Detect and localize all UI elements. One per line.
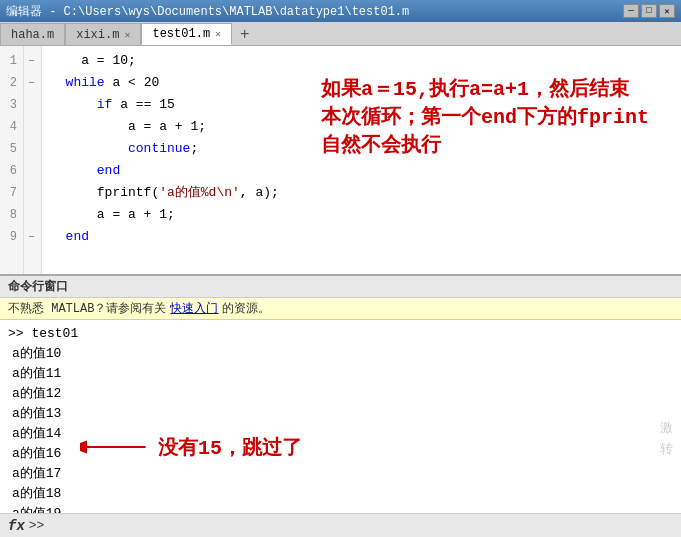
editor-area: 1 2 3 4 5 6 7 8 9 – – – a = 10; while a … xyxy=(0,46,681,274)
cmd-title-bar: 命令行窗口 xyxy=(0,276,681,298)
tab-xixi[interactable]: xixi.m ✕ xyxy=(65,23,141,45)
title-bar-controls[interactable]: ─ □ ✕ xyxy=(623,4,675,18)
cmd-output-2: a的值12 xyxy=(8,384,673,404)
tab-haha-label: haha.m xyxy=(11,28,54,42)
arrow-icon xyxy=(80,432,150,462)
command-window-section: 命令行窗口 不熟悉 MATLAB？请参阅有关 快速入门 的资源。 >> test… xyxy=(0,274,681,516)
code-line-6: end xyxy=(50,160,673,182)
code-line-1: a = 10; xyxy=(50,50,673,72)
prompt-symbol: >> xyxy=(29,518,45,533)
code-line-5: continue; xyxy=(50,138,673,160)
cmd-prompt: >> test01 xyxy=(8,324,673,344)
tab-xixi-label: xixi.m xyxy=(76,28,119,42)
title-bar: 编辑器 - C:\Users\wys\Documents\MATLAB\data… xyxy=(0,0,681,22)
cmd-title-label: 命令行窗口 xyxy=(8,278,68,295)
cmd-output-3: a的值13 xyxy=(8,404,673,424)
code-line-4: a = a + 1; xyxy=(50,116,673,138)
maximize-button[interactable]: □ xyxy=(641,4,657,18)
arrow-annotation: 没有15，跳过了 xyxy=(80,432,302,462)
tab-add-button[interactable]: + xyxy=(232,23,257,45)
cmd-notice-link[interactable]: 快速入门 xyxy=(170,300,218,317)
tab-haha[interactable]: haha.m xyxy=(0,23,65,45)
title-bar-left: 编辑器 - C:\Users\wys\Documents\MATLAB\data… xyxy=(6,3,409,20)
code-line-3: if a == 15 xyxy=(50,94,673,116)
bottom-bar: fx >> xyxy=(0,513,681,537)
line-numbers: 1 2 3 4 5 6 7 8 9 xyxy=(0,46,24,274)
cmd-notice-suffix: 的资源。 xyxy=(222,300,270,317)
arrow-annotation-text: 没有15，跳过了 xyxy=(158,434,302,461)
tab-test01-close[interactable]: ✕ xyxy=(215,28,221,40)
close-button[interactable]: ✕ xyxy=(659,4,675,18)
cmd-notice-prefix: 不熟悉 MATLAB？请参阅有关 xyxy=(8,300,166,317)
title-bar-text: 编辑器 - C:\Users\wys\Documents\MATLAB\data… xyxy=(6,3,409,20)
cmd-output-1: a的值11 xyxy=(8,364,673,384)
tab-bar: haha.m xixi.m ✕ test01.m ✕ + xyxy=(0,22,681,46)
cmd-notice-bar: 不熟悉 MATLAB？请参阅有关 快速入门 的资源。 xyxy=(0,298,681,320)
code-line-2: while a < 20 xyxy=(50,72,673,94)
minimize-button[interactable]: ─ xyxy=(623,4,639,18)
tab-xixi-close[interactable]: ✕ xyxy=(124,29,130,41)
code-line-8: a = a + 1; xyxy=(50,204,673,226)
tab-test01-label: test01.m xyxy=(152,27,210,41)
code-content[interactable]: a = 10; while a < 20 if a == 15 a = a + … xyxy=(42,46,681,274)
breakpoints: – – – xyxy=(24,46,42,274)
code-line-7: fprintf('a的值%d\n', a); xyxy=(50,182,673,204)
cmd-output-6: a的值17 xyxy=(8,464,673,484)
cmd-output-7: a的值18 xyxy=(8,484,673,504)
tab-test01[interactable]: test01.m ✕ xyxy=(141,23,232,45)
fx-label: fx xyxy=(8,518,25,534)
cmd-body[interactable]: >> test01 a的值10 a的值11 a的值12 a的值13 a的值14 … xyxy=(0,320,681,516)
code-line-9: end xyxy=(50,226,673,248)
cmd-output-0: a的值10 xyxy=(8,344,673,364)
